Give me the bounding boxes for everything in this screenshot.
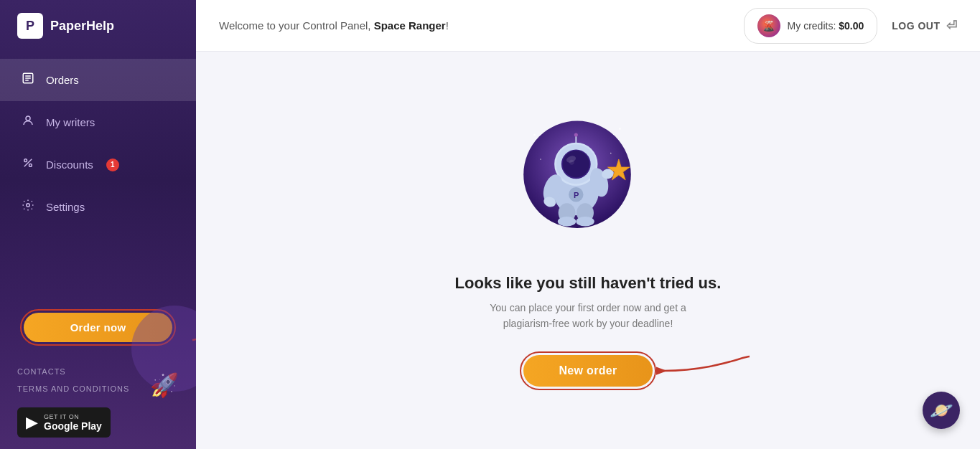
header: Welcome to your Control Panel, Space Ran… — [196, 0, 980, 52]
new-order-container: New order — [520, 351, 657, 390]
welcome-message: Welcome to your Control Panel, Space Ran… — [219, 19, 449, 32]
credits-prefix: My credits: — [788, 20, 839, 32]
sidebar-footer: CONTACTS TERMS AND CONDITIONS 🚀 ▶ GET IT… — [0, 360, 196, 449]
logo-box: P — [17, 13, 43, 39]
sidebar-item-discounts[interactable]: Discounts 1 — [0, 143, 196, 186]
sidebar-logo: P PaperHelp — [0, 0, 196, 52]
my-writers-icon — [20, 114, 36, 131]
order-now-arrow — [189, 315, 196, 344]
google-play-button[interactable]: ▶ GET IT ON Google Play — [17, 407, 111, 438]
svg-point-12 — [610, 152, 612, 153]
svg-point-6 — [24, 159, 27, 162]
welcome-suffix: ! — [446, 19, 449, 32]
svg-point-7 — [29, 164, 32, 167]
main-content: P Looks like you still haven't tried us.… — [196, 52, 980, 449]
google-play-icon: ▶ — [26, 413, 38, 432]
terms-link[interactable]: TERMS AND CONDITIONS — [17, 384, 129, 393]
astronaut-svg: P — [516, 110, 638, 232]
username: Space Ranger — [374, 19, 446, 32]
logout-button[interactable]: LOG OUT ⏎ — [892, 18, 957, 34]
svg-point-11 — [619, 128, 621, 130]
avatar: 🌋 — [757, 14, 780, 37]
rocket-icon: 🚀 — [150, 372, 179, 399]
orders-icon — [20, 72, 36, 88]
sidebar-item-settings[interactable]: Settings — [0, 186, 196, 228]
discounts-label: Discounts — [46, 159, 93, 171]
terms-label: TERMS AND CONDITIONS — [17, 384, 129, 393]
welcome-prefix: Welcome to your Control Panel, — [219, 19, 374, 32]
sidebar: P PaperHelp Orders My writers — [0, 0, 196, 449]
order-now-button[interactable]: Order now — [24, 313, 172, 342]
google-play-small: GET IT ON — [44, 413, 102, 420]
main-area: Welcome to your Control Panel, Space Ran… — [196, 0, 980, 449]
header-right: 🌋 My credits: $0.00 LOG OUT ⏎ — [744, 8, 957, 44]
planet-fab-button[interactable]: 🪐 — [923, 392, 960, 429]
content-subtext: You can place your first order now and g… — [466, 300, 710, 332]
order-now-highlight: Order now — [20, 309, 176, 346]
svg-point-8 — [27, 204, 30, 207]
svg-point-30 — [558, 217, 577, 227]
content-heading: Looks like you still haven't tried us. — [455, 274, 722, 293]
svg-text:P: P — [574, 190, 579, 199]
discounts-badge: 1 — [106, 159, 119, 171]
app-name: PaperHelp — [50, 19, 114, 34]
sidebar-item-orders[interactable]: Orders — [0, 59, 196, 101]
logo-letter: P — [26, 19, 34, 34]
my-writers-label: My writers — [46, 116, 95, 128]
orders-label: Orders — [46, 74, 79, 86]
order-now-wrapper: Order now — [0, 298, 196, 360]
settings-label: Settings — [46, 201, 85, 213]
svg-point-33 — [574, 133, 578, 136]
settings-icon — [20, 199, 36, 215]
svg-point-13 — [540, 159, 541, 160]
svg-point-4 — [26, 116, 30, 120]
credits-amount: $0.00 — [839, 20, 864, 32]
new-order-wrapper: New order — [520, 351, 657, 390]
google-play-big: Google Play — [44, 420, 102, 432]
new-order-arrow — [656, 349, 757, 392]
svg-point-17 — [563, 151, 589, 177]
logout-label: LOG OUT — [892, 20, 940, 32]
google-play-text: GET IT ON Google Play — [44, 413, 102, 432]
new-order-button[interactable]: New order — [523, 355, 653, 387]
sidebar-item-my-writers[interactable]: My writers — [0, 101, 196, 143]
sidebar-nav: Orders My writers Discounts 1 — [0, 59, 196, 298]
svg-point-10 — [533, 133, 536, 136]
astronaut-illustration: P — [516, 110, 660, 254]
credits-label: My credits: $0.00 — [788, 20, 864, 32]
discounts-icon — [20, 156, 36, 173]
svg-line-5 — [24, 159, 32, 167]
logout-icon: ⏎ — [946, 18, 958, 34]
planet-icon: 🪐 — [930, 400, 953, 422]
svg-point-20 — [569, 159, 574, 164]
svg-point-31 — [576, 217, 594, 227]
credits-box: 🌋 My credits: $0.00 — [744, 8, 878, 44]
